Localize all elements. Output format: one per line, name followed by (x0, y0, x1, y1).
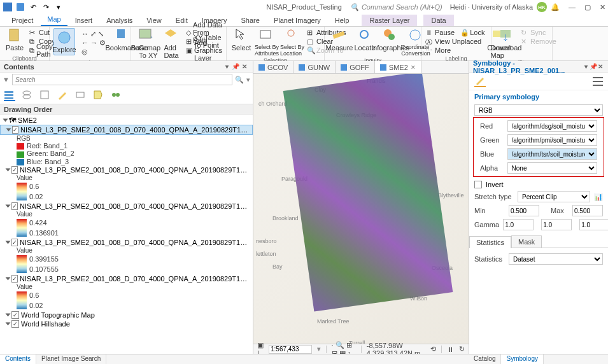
layer-group-row[interactable]: 🗺SME2 (1, 116, 253, 125)
bell-icon[interactable]: 🔔 (551, 3, 560, 11)
visibility-checkbox[interactable]: ✓ (11, 311, 19, 319)
visibility-checkbox[interactable]: ✓ (11, 275, 18, 283)
paste-button[interactable]: Paste (4, 28, 25, 52)
symb-pin-icon[interactable]: 📌 (590, 63, 597, 70)
layer-row[interactable]: ✓World Topographic Map (0, 311, 253, 319)
tab-project[interactable]: Project (5, 15, 39, 26)
visibility-checkbox[interactable]: ✓ (12, 126, 18, 134)
expand-icon[interactable] (6, 323, 11, 326)
layer-row[interactable]: ✓NISAR_L3_PR_SME2_001_008_D_070_4000_QPN… (0, 238, 253, 247)
redo-icon[interactable]: ↷ (41, 2, 51, 12)
refresh-icon[interactable]: ↻ (459, 345, 465, 353)
contents-search-input[interactable] (12, 74, 232, 85)
search-icon[interactable]: 🔍 (235, 76, 244, 84)
bottom-tab-contents[interactable]: Contents (0, 354, 36, 364)
tab-analysis[interactable]: Analysis (100, 15, 139, 26)
stats-select[interactable]: Dataset (509, 253, 603, 265)
user-name[interactable]: Heidi · University of Alaska (450, 3, 533, 11)
maximize-button[interactable]: ▢ (584, 3, 591, 11)
symb-menu-icon[interactable]: ▾ (583, 63, 590, 70)
blue-band-select[interactable]: /algorithm/tsr/soil_moisture (507, 148, 597, 160)
min-input[interactable] (509, 205, 539, 216)
search-menu-icon[interactable]: ▾ (246, 76, 250, 84)
symb-close-icon[interactable]: ✕ (597, 63, 604, 70)
expand-icon[interactable] (6, 314, 11, 317)
histogram-icon[interactable]: 📊 (594, 193, 603, 201)
tab-close-icon[interactable]: ✕ (411, 64, 416, 71)
map-tab-gunw[interactable]: GUNW (293, 61, 336, 73)
contents-menu-icon[interactable]: ▾ (222, 63, 231, 70)
map-view[interactable]: FrancisClaych OrchardCrowleys RidgeParag… (253, 74, 469, 344)
command-search[interactable]: 🔍 Command Search (Alt+Q) (350, 3, 442, 11)
layer-row[interactable]: ✓NISAR_L3_PR_SME2_001_008_D_070_4000_QPN… (0, 165, 253, 174)
expand-icon[interactable] (6, 277, 11, 281)
tab-edit[interactable]: Edit (169, 15, 194, 26)
undo-icon[interactable]: ↶ (28, 2, 38, 12)
tab-insert[interactable]: Insert (69, 15, 99, 26)
primary-symb-icon[interactable] (474, 76, 486, 87)
expand-icon[interactable] (6, 241, 11, 244)
select-by-loc-button[interactable]: Select By Location (281, 28, 303, 57)
symb-burger-icon[interactable] (593, 77, 603, 86)
view-unplaced-button[interactable]: ⒶView Unplaced (425, 37, 484, 46)
expand-icon[interactable] (6, 129, 11, 132)
max-input[interactable] (572, 205, 603, 216)
nav-scale-icon[interactable]: ⤡ (98, 30, 104, 38)
bottom-tab-catalog[interactable]: Catalog (469, 354, 501, 364)
map-tab-sme2[interactable]: SME2✕ (375, 61, 421, 73)
nav-full-icon[interactable]: ⤢ (90, 30, 96, 38)
red-band-select[interactable]: /algorithm/dsg/soil_moisture (507, 120, 597, 132)
symbology-type-select[interactable]: RGB (474, 104, 603, 116)
alpha-band-select[interactable]: None (507, 162, 597, 174)
tab-map[interactable]: Map (41, 13, 67, 26)
nav-arrow-icon[interactable]: ↔ (81, 30, 88, 38)
visibility-checkbox[interactable]: ✓ (11, 320, 19, 328)
scale-input[interactable] (269, 345, 312, 354)
save-icon[interactable] (15, 2, 25, 12)
select-by-attr-button[interactable]: Select By Attributes (256, 28, 278, 57)
avatar[interactable]: HK (537, 2, 547, 12)
list-by-editing-icon[interactable] (57, 90, 69, 101)
expand-icon[interactable] (6, 169, 11, 172)
nav-next-icon[interactable]: → (90, 39, 97, 46)
select-button[interactable]: Select (230, 28, 252, 52)
gamma-b-input[interactable] (579, 219, 608, 230)
nav-dot-icon[interactable]: ◎ (81, 48, 88, 56)
nav-prev-icon[interactable]: ← (81, 39, 88, 46)
explore-button[interactable]: Explore (53, 28, 75, 55)
tab-share[interactable]: Share (235, 15, 266, 26)
expand-icon[interactable] (3, 119, 8, 122)
visibility-checkbox[interactable]: ✓ (11, 202, 18, 210)
ctx-tab-raster-layer[interactable]: Raster Layer (362, 15, 417, 26)
measure-button[interactable]: Measure (329, 28, 350, 52)
map-tab-gcov[interactable]: GCOV (253, 61, 293, 73)
layer-row[interactable]: ✓NISAR_L3_PR_SME2_001_008_D_070_4000_QPN… (0, 202, 253, 211)
list-by-selection-icon[interactable] (39, 90, 51, 101)
expand-icon[interactable] (6, 205, 11, 208)
contents-close-icon[interactable]: ✕ (240, 63, 249, 70)
bottom-tab-planet-image-search[interactable]: Planet Image Search (36, 354, 106, 364)
list-by-drawing-icon[interactable] (4, 90, 15, 101)
qat-menu-icon[interactable]: ▾ (53, 2, 64, 12)
tab-view[interactable]: View (140, 15, 168, 26)
map-tab-goff[interactable]: GOFF (336, 61, 375, 73)
sub-tab-mask[interactable]: Mask (511, 235, 542, 248)
visibility-checkbox[interactable]: ✓ (11, 166, 18, 174)
download-map-button[interactable]: Download Map (495, 28, 517, 59)
list-by-labeling-icon[interactable] (93, 90, 104, 101)
gamma-r-input[interactable] (503, 219, 534, 230)
layer-row[interactable]: ✓NISAR_L3_PR_SME2_001_008_D_070_4000_QPN… (0, 125, 253, 135)
list-by-source-icon[interactable] (22, 90, 33, 101)
minimize-button[interactable]: — (569, 3, 576, 11)
sub-tab-statistics[interactable]: Statistics (469, 236, 511, 248)
ctx-tab-data[interactable]: Data (423, 15, 453, 26)
basemap-button[interactable]: Basemap (135, 28, 157, 52)
scale-dd-icon[interactable]: ▾ (317, 345, 321, 353)
pause-draw-icon[interactable]: ⏸ (447, 346, 454, 353)
tab-help[interactable]: Help (329, 15, 356, 26)
list-by-snapping-icon[interactable] (75, 90, 87, 101)
stretch-type-select[interactable]: Percent Clip (518, 191, 590, 202)
green-band-select[interactable]: /algorithm/pmi/soil_moisture (507, 134, 597, 146)
contents-pin-icon[interactable]: 📌 (231, 63, 240, 70)
close-button[interactable]: ✕ (600, 3, 605, 11)
